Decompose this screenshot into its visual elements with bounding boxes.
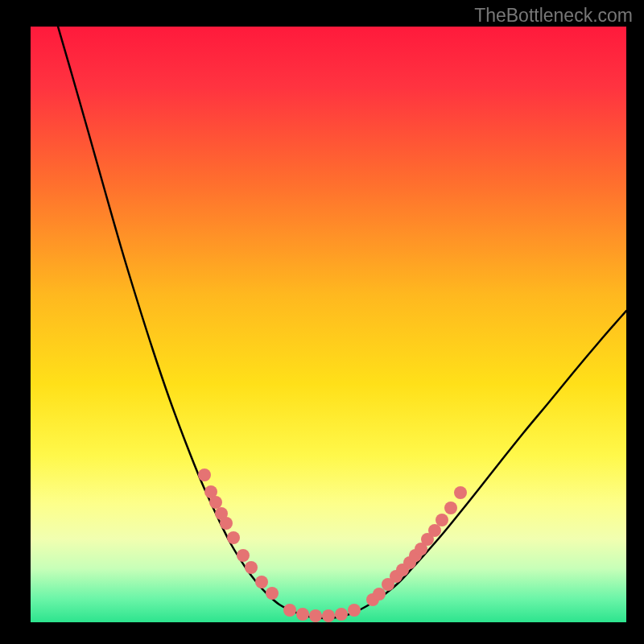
data-point xyxy=(255,576,268,588)
data-point xyxy=(428,524,441,537)
data-point xyxy=(335,608,348,621)
data-point xyxy=(373,588,386,601)
data-point xyxy=(227,531,240,544)
data-point xyxy=(198,469,211,481)
data-point xyxy=(296,608,309,621)
data-point xyxy=(348,604,361,617)
data-point xyxy=(220,517,233,530)
data-point xyxy=(309,609,322,622)
bottleneck-chart xyxy=(0,0,644,644)
data-point xyxy=(454,486,467,499)
plot-background xyxy=(31,27,626,622)
data-point xyxy=(283,604,296,617)
data-point xyxy=(436,514,448,526)
chart-container: TheBottleneck.com xyxy=(0,0,644,644)
data-point xyxy=(444,502,457,514)
data-point xyxy=(209,496,222,509)
data-point xyxy=(322,609,335,622)
data-point xyxy=(245,561,258,574)
watermark-text: TheBottleneck.com xyxy=(474,5,633,27)
data-point xyxy=(237,549,250,562)
data-point xyxy=(266,587,279,600)
